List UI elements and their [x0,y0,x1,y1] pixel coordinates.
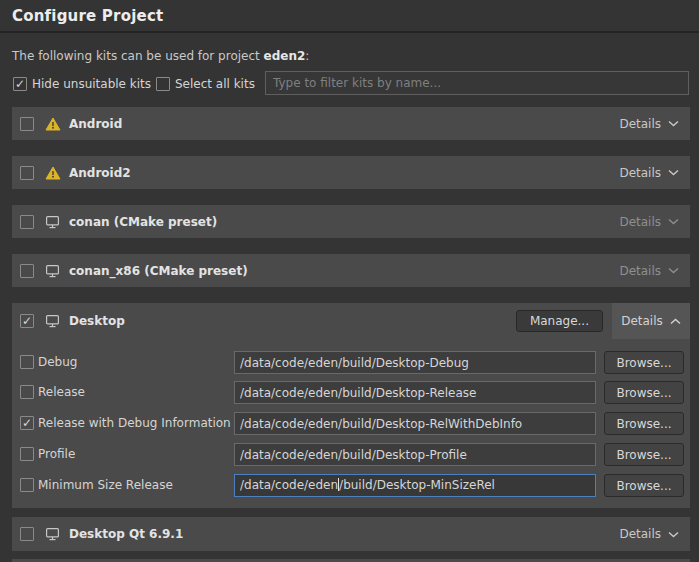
desktop-monitor-icon [44,527,61,541]
kit-name: Desktop [69,314,125,328]
kit-checkbox[interactable]: ✓ [20,314,34,328]
kit-checkbox[interactable]: ✓ [20,527,34,541]
kit-row-conan: ✓ conan (CMake preset) Details [12,205,690,238]
kit-filter-input[interactable] [265,71,689,95]
kit-row-desktop-qt: ✓ Desktop Qt 6.9.1 Details [12,517,690,551]
kit-name: conan (CMake preset) [69,215,217,229]
chevron-down-icon [668,120,679,127]
build-dir-input-release[interactable] [234,381,596,404]
select-all-checkbox[interactable]: ✓ [156,77,170,91]
config-label: Release with Debug Information [38,412,231,435]
kit-row-desktop: ✓ Desktop Manage... Details ✓ Debug Brow… [12,303,690,508]
details-toggle[interactable]: Details [608,156,690,189]
browse-button[interactable]: Browse... [604,351,684,374]
desktop-monitor-icon [44,264,61,278]
details-toggle[interactable]: Details [608,107,690,140]
details-toggle[interactable]: Details [608,254,690,287]
kit-checkbox[interactable]: ✓ [20,215,34,229]
page-title: Configure Project [12,7,163,25]
warning-icon [44,117,61,131]
kit-checkbox[interactable]: ✓ [20,264,34,278]
kit-name: Android [69,117,122,131]
details-toggle[interactable]: Details [608,517,690,551]
intro-text: The following kits can be used for proje… [12,49,309,63]
config-checkbox-release[interactable]: ✓ [20,385,34,399]
config-checkbox-relwithdebinfo[interactable]: ✓ [20,416,34,430]
config-label: Debug [38,351,77,374]
header-separator [0,31,699,33]
hide-unsuitable-checkbox[interactable]: ✓ [13,77,27,91]
config-label: Profile [38,443,75,466]
hide-unsuitable-label: Hide unsuitable kits [32,77,151,91]
build-dir-input-minsizerel[interactable]: /data/code/eden/build/Desktop-MinSizeRel [234,474,596,497]
chevron-down-icon [668,531,679,538]
kit-row-android: ✓ Android Details [12,107,690,140]
checkmark-icon: ✓ [15,78,25,90]
details-toggle[interactable]: Details [608,205,690,238]
checkmark-icon: ✓ [22,315,32,327]
kit-name: conan_x86 (CMake preset) [69,264,248,278]
build-dir-input-relwithdebinfo[interactable] [234,412,596,435]
hide-unsuitable-kits-option: ✓ Hide unsuitable kits [13,77,151,91]
kit-name: Desktop Qt 6.9.1 [69,527,183,541]
kit-row-android2: ✓ Android2 Details [12,156,690,189]
kit-checkbox[interactable]: ✓ [20,117,34,131]
browse-button[interactable]: Browse... [604,412,684,435]
config-checkbox-minsizerel[interactable]: ✓ [20,478,34,492]
kit-name: Android2 [69,166,131,180]
chevron-up-icon [670,318,681,325]
select-all-label: Select all kits [175,77,255,91]
config-checkbox-profile[interactable]: ✓ [20,447,34,461]
build-dir-input-debug[interactable] [234,351,596,374]
kit-row-conan-x86: ✓ conan_x86 (CMake preset) Details [12,254,690,287]
build-dir-input-profile[interactable] [234,443,596,466]
config-label: Release [38,381,85,404]
details-toggle[interactable]: Details [612,303,690,339]
chevron-down-icon [668,169,679,176]
kit-checkbox[interactable]: ✓ [20,166,34,180]
select-all-kits-option: ✓ Select all kits [156,77,255,91]
manage-kits-button[interactable]: Manage... [516,310,603,332]
browse-button[interactable]: Browse... [604,443,684,466]
configure-project-page: Configure Project The following kits can… [0,0,699,562]
browse-button[interactable]: Browse... [604,381,684,404]
browse-button[interactable]: Browse... [604,474,684,497]
chevron-down-icon [668,267,679,274]
desktop-monitor-icon [44,215,61,229]
config-label: Minimum Size Release [38,474,173,497]
chevron-down-icon [668,218,679,225]
desktop-monitor-icon [44,314,61,328]
warning-icon [44,166,61,180]
config-checkbox-debug[interactable]: ✓ [20,355,34,369]
